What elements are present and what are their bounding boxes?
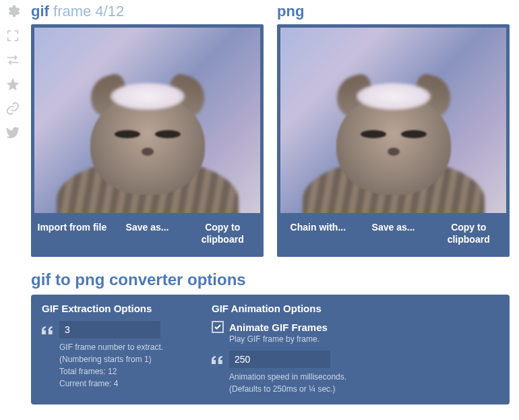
animate-checkbox[interactable] — [212, 321, 224, 333]
twitter-icon[interactable] — [5, 125, 20, 140]
png-buttons: Chain with... Save as... Copy to clipboa… — [280, 213, 506, 253]
speed-input-row — [212, 351, 360, 368]
speed-hint-1: Animation speed in milliseconds. — [229, 371, 360, 383]
gif-title-bold: gif — [31, 3, 49, 20]
frame-input-row — [42, 321, 190, 338]
extraction-options: GIF Extraction Options GIF frame number … — [42, 303, 190, 395]
gear-icon[interactable] — [5, 4, 20, 19]
png-image[interactable] — [280, 28, 506, 213]
save-button[interactable]: Save as... — [110, 213, 185, 253]
swap-icon[interactable] — [5, 53, 20, 67]
copy-button[interactable]: Copy to clipboard — [431, 213, 506, 253]
png-panel: png Chain with... Save as... Copy to cli… — [277, 0, 510, 257]
options-box: GIF Extraction Options GIF frame number … — [31, 295, 510, 404]
speed-input[interactable] — [229, 351, 330, 368]
animation-options: GIF Animation Options Animate GIF Frames… — [212, 303, 360, 395]
frame-hint-2: (Numbering starts from 1) — [59, 353, 190, 365]
frame-hint-3: Total frames: 12 — [59, 365, 190, 378]
save-button[interactable]: Save as... — [356, 213, 431, 253]
star-icon[interactable] — [5, 77, 20, 92]
animate-checkbox-row: Animate GIF Frames — [212, 321, 360, 333]
copy-button[interactable]: Copy to clipboard — [185, 213, 260, 253]
gif-panel-title: gif frame 4/12 — [31, 0, 264, 24]
sidebar — [0, 0, 27, 404]
gif-title-light: frame 4/12 — [53, 3, 124, 20]
gif-panel: gif frame 4/12 Import from file Save as.… — [31, 0, 264, 257]
link-icon[interactable] — [5, 101, 20, 116]
speed-hint-2: (Defaults to 250ms or ¼ sec.) — [229, 383, 360, 395]
gif-image[interactable] — [34, 28, 260, 213]
animation-heading: GIF Animation Options — [212, 303, 360, 314]
gif-frame: Import from file Save as... Copy to clip… — [31, 24, 264, 257]
gif-buttons: Import from file Save as... Copy to clip… — [34, 213, 260, 253]
quote-icon — [42, 325, 54, 334]
fullscreen-icon[interactable] — [5, 28, 20, 43]
app-root: gif frame 4/12 Import from file Save as.… — [0, 0, 519, 404]
png-frame: Chain with... Save as... Copy to clipboa… — [277, 24, 510, 257]
frame-number-input[interactable] — [59, 321, 160, 338]
chain-button[interactable]: Chain with... — [280, 213, 356, 253]
frame-hint-4: Current frame: 4 — [59, 378, 190, 390]
quote-icon — [212, 355, 224, 364]
animate-label: Animate GIF Frames — [229, 322, 328, 333]
png-panel-title: png — [277, 0, 510, 24]
import-button[interactable]: Import from file — [34, 213, 110, 253]
options-title: gif to png converter options — [31, 270, 512, 289]
animate-hint: Play GIF frame by frame. — [229, 334, 360, 344]
frame-hint-1: GIF frame number to extract. — [59, 341, 190, 353]
png-title-bold: png — [277, 3, 304, 20]
main-content: gif frame 4/12 Import from file Save as.… — [27, 0, 519, 404]
panels-row: gif frame 4/12 Import from file Save as.… — [31, 0, 512, 257]
extraction-heading: GIF Extraction Options — [42, 303, 190, 314]
